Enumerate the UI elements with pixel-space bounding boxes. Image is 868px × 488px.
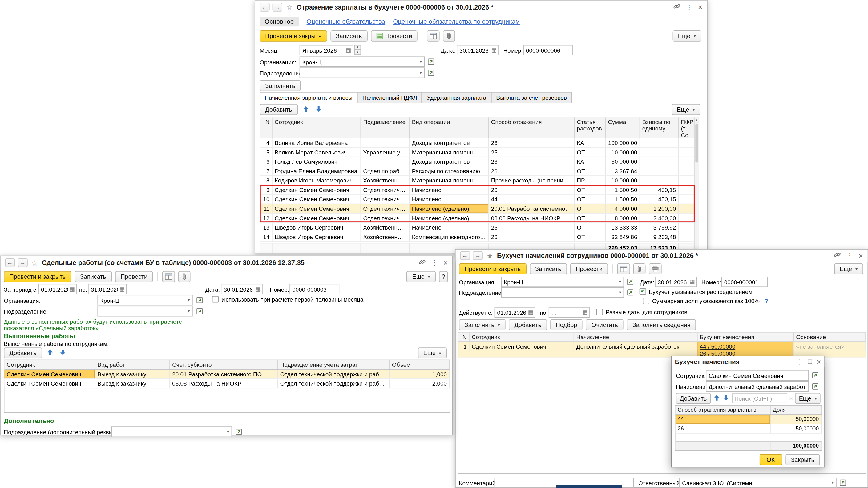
organization-input[interactable] — [301, 59, 418, 65]
move-up-button[interactable] — [301, 105, 310, 115]
move-up-button[interactable] — [45, 348, 55, 358]
number-input[interactable] — [723, 279, 766, 285]
more-button[interactable]: Еще▾ — [834, 263, 863, 274]
employee-input[interactable] — [708, 372, 807, 379]
calendar-icon[interactable]: ▦ — [527, 309, 534, 315]
organization-input[interactable] — [503, 279, 618, 285]
tab-estimated-liabilities-by-employee[interactable]: Оценочные обязательства по сотрудникам — [393, 18, 520, 25]
tab-withheld-salary[interactable]: Удержанная зарплата — [422, 92, 491, 103]
date-input[interactable] — [459, 47, 491, 54]
write-button[interactable]: Записать — [530, 263, 566, 274]
forward-button[interactable]: → — [473, 251, 483, 260]
department-field[interactable]: ▾ — [97, 306, 192, 316]
link-icon[interactable] — [673, 2, 680, 12]
step-up-icon[interactable]: ▴ — [354, 45, 361, 50]
date-field[interactable]: ▦ — [655, 276, 697, 287]
more-button[interactable]: Еще▾ — [673, 30, 702, 41]
calendar-icon[interactable]: ▦ — [69, 286, 75, 292]
month-stepper[interactable]: ▴▾ — [354, 45, 361, 55]
chevron-down-icon[interactable]: ▾ — [418, 70, 423, 75]
distribution-checkbox[interactable]: Бухучет указывается распределением — [640, 288, 752, 295]
chevron-down-icon[interactable]: ▾ — [226, 429, 230, 434]
employee-field[interactable] — [706, 370, 809, 381]
fill-button[interactable]: Заполнить — [259, 80, 301, 91]
number-field[interactable] — [721, 276, 768, 287]
attachments-button[interactable] — [179, 271, 191, 282]
move-down-button[interactable] — [722, 393, 730, 403]
salary-table-row[interactable]: 14 Шведов Игорь Сергеевич Хозяйственный … — [260, 232, 694, 242]
checkbox-icon[interactable] — [596, 308, 603, 315]
forward-button[interactable]: → — [273, 3, 282, 12]
more-menu-icon[interactable]: ⋮ — [686, 4, 692, 11]
organization-input[interactable] — [99, 297, 187, 304]
post-button[interactable]: Провести — [570, 263, 608, 274]
write-button[interactable]: Записать — [74, 271, 112, 282]
move-up-button[interactable] — [713, 393, 720, 403]
post-button[interactable]: Провести — [371, 30, 417, 41]
favorite-star-icon[interactable]: ☆ — [286, 3, 293, 11]
responsible-input[interactable] — [681, 479, 831, 486]
link-icon[interactable] — [418, 258, 426, 268]
accrual-field[interactable] — [706, 381, 809, 392]
open-icon[interactable] — [427, 69, 435, 77]
works-table-row[interactable]: Сделкин Семен Семенович Выезд к заказчик… — [4, 379, 450, 389]
checkbox-icon[interactable] — [643, 297, 649, 304]
number-input[interactable] — [291, 286, 338, 293]
more-button[interactable]: Еще▾ — [795, 393, 820, 404]
step-down-icon[interactable]: ▾ — [354, 50, 361, 55]
salary-table-row[interactable]: 8 Кодиров Игорь Магомедович Хозяйственны… — [260, 176, 694, 186]
accrual-table-row[interactable]: 1 Сделкин Семен Семенович Дополнительный… — [459, 342, 866, 357]
department-field[interactable]: ▾ — [300, 67, 425, 78]
calendar-icon[interactable]: ▦ — [119, 286, 125, 292]
organization-field[interactable]: ▾ — [501, 276, 624, 287]
period-to-field[interactable]: ▦ — [88, 284, 127, 294]
open-icon[interactable] — [195, 296, 204, 304]
favorite-star-icon[interactable]: ★ — [487, 251, 493, 260]
responsible-field[interactable]: ▾ — [679, 478, 837, 488]
scrollbar-thumb[interactable] — [695, 124, 698, 163]
more-menu-icon[interactable]: ⋮ — [431, 259, 438, 266]
checkbox-icon[interactable] — [212, 296, 219, 303]
table-more-button[interactable]: Еще▾ — [418, 347, 447, 358]
salary-table-row[interactable]: 6 Гольд Лев Самуилович Доходы контрагент… — [260, 157, 694, 167]
calendar-icon[interactable]: ▦ — [345, 47, 352, 53]
open-icon[interactable] — [811, 371, 819, 379]
vertical-scrollbar[interactable]: ▲ — [694, 117, 699, 253]
close-icon[interactable]: × — [443, 259, 448, 266]
more-button[interactable]: Еще▾ — [407, 271, 436, 282]
fill-menu-button[interactable]: Заполнить▾ — [459, 319, 505, 330]
extra-department-field[interactable]: ▾ — [111, 426, 232, 437]
add-row-button[interactable]: Добавить — [509, 319, 547, 330]
open-icon[interactable] — [626, 288, 634, 297]
open-icon[interactable] — [235, 428, 243, 436]
salary-table-row[interactable]: 11 Сделкин Семен Семенович Отдел техниче… — [260, 204, 694, 214]
salary-table-row[interactable]: 12 Сделкин Семен Семенович Отдел техниче… — [260, 214, 694, 223]
tab-estimated-liabilities[interactable]: Оценочные обязательства — [307, 18, 385, 25]
post-and-close-button[interactable]: Провести и закрыть — [459, 263, 527, 274]
checkbox-checked-icon[interactable] — [640, 288, 646, 295]
clear-button[interactable]: Очистить — [586, 319, 623, 330]
salary-table-row[interactable]: 9 Сделкин Семен Семенович Отдел техничес… — [260, 185, 694, 195]
open-icon[interactable] — [839, 479, 847, 487]
back-button[interactable]: ← — [460, 251, 470, 260]
salary-table-row[interactable]: 13 Шведов Игорь Сергеевич Хозяйственный … — [260, 223, 694, 233]
calendar-icon[interactable]: ▦ — [255, 286, 261, 292]
salary-table-row[interactable]: 7 Гордина Елена Владимировна Отдел по ра… — [260, 166, 694, 176]
chevron-down-icon[interactable]: ▾ — [618, 290, 622, 295]
tab-accrued-salary[interactable]: Начисленная зарплата и взносы — [259, 92, 358, 103]
open-icon[interactable] — [811, 382, 819, 390]
date-field[interactable]: ▦ — [457, 45, 499, 55]
show-postings-button[interactable] — [617, 263, 630, 274]
salary-table-row[interactable]: 10 Сделкин Семен Семенович Отдел техниче… — [260, 195, 694, 204]
forward-button[interactable]: → — [18, 258, 28, 267]
favorite-star-icon[interactable]: ☆ — [31, 259, 38, 267]
help-button[interactable]: ? — [439, 271, 448, 282]
period-from-field[interactable]: ▦ — [38, 284, 77, 294]
open-icon[interactable] — [195, 307, 204, 315]
calendar-icon[interactable]: ▦ — [582, 309, 588, 315]
search-field[interactable] — [732, 393, 787, 403]
period-from-input[interactable] — [40, 286, 69, 293]
post-and-close-button[interactable]: Провести и закрыть — [259, 30, 327, 41]
salary-table-row[interactable]: 4 Волина Ирина Валерьевна Доходы контраг… — [260, 138, 694, 148]
attachments-button[interactable] — [443, 30, 456, 41]
